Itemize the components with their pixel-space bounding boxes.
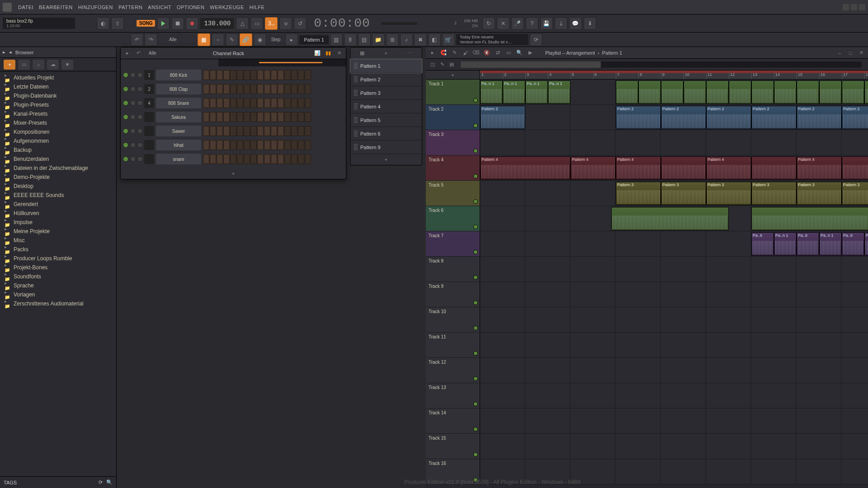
pattern-selector[interactable]: Pattern 1 <box>299 35 329 44</box>
pattern-drag-handle[interactable] <box>354 63 358 69</box>
track-lane[interactable] <box>480 358 868 383</box>
step-cell[interactable] <box>291 98 297 108</box>
snap-label[interactable]: Step <box>268 37 284 42</box>
playlist-ruler[interactable]: + 123456789101112131415161718 <box>426 70 868 80</box>
channel-pan-knob[interactable] <box>130 72 136 78</box>
news-refresh-button[interactable]: ⟳ <box>530 33 542 46</box>
playlist-clip[interactable] <box>706 80 729 104</box>
track-lane[interactable] <box>480 434 868 459</box>
channel-name-button[interactable]: 808 Kick <box>156 70 201 80</box>
track-header[interactable]: Track 5 <box>426 181 480 206</box>
track-lane[interactable] <box>480 408 868 433</box>
browser-tree-item[interactable]: ▸ 📁Letzte Dateien <box>0 82 116 91</box>
step-cell[interactable] <box>223 98 230 108</box>
playlist-clip[interactable] <box>684 80 706 104</box>
bar-tick[interactable]: 12 <box>729 70 735 79</box>
track-header[interactable]: Track 6 <box>426 206 480 231</box>
bar-tick[interactable]: 15 <box>797 70 802 79</box>
channel-number[interactable] <box>144 126 154 136</box>
track-mute-led[interactable] <box>473 199 478 204</box>
step-cell[interactable] <box>305 126 311 136</box>
playlist-clip[interactable]: Pattern 4 <box>797 156 842 180</box>
browser-tab-all[interactable]: ＋ <box>4 60 15 70</box>
track-mute-led[interactable] <box>473 300 478 305</box>
step-cell[interactable] <box>210 154 216 164</box>
playlist-clip[interactable]: Pattern 3 <box>751 182 797 205</box>
step-cell[interactable] <box>257 126 264 136</box>
redo-button[interactable]: ↷ <box>145 33 157 46</box>
loop-rec-button[interactable]: ↺ <box>294 17 307 30</box>
browser-tree-item[interactable]: ▸ 📁Projekt-Bones <box>0 263 116 272</box>
browser-tree-item[interactable]: ▸ 📁Gerendert <box>0 200 116 209</box>
playlist-clip[interactable]: Pattern 3 <box>797 182 842 205</box>
track-header[interactable]: Track 11 <box>426 333 480 357</box>
channel-mute-led[interactable] <box>123 114 128 120</box>
step-cell[interactable] <box>203 140 209 150</box>
pl-slip-icon[interactable]: ⇄ <box>494 49 502 57</box>
step-cell[interactable] <box>237 98 243 108</box>
pl-pencil-icon[interactable]: ✎ <box>450 49 458 57</box>
browser-tree-item[interactable]: ▸ 📁Packs <box>0 245 116 254</box>
channel-vol-knob[interactable] <box>137 156 143 162</box>
channel-number[interactable]: 1 <box>144 70 154 80</box>
step-cell[interactable] <box>223 70 230 80</box>
channel-mute-led[interactable] <box>123 100 128 106</box>
bar-tick[interactable]: 17 <box>842 70 848 79</box>
play-button[interactable] <box>157 17 170 30</box>
playlist-clip[interactable]: Pattern 2 <box>661 106 706 129</box>
pp-grid-icon[interactable]: ▦ <box>358 49 366 57</box>
track-lane[interactable] <box>480 307 868 332</box>
step-cell[interactable] <box>291 154 297 164</box>
bar-tick[interactable]: 8 <box>638 70 642 79</box>
playlist-clip[interactable]: Pa..n 1 <box>774 232 797 256</box>
playlist-clip[interactable]: Pattern 2 <box>616 106 661 129</box>
step-cell[interactable] <box>271 126 277 136</box>
pl-tool-1[interactable]: ◫ <box>429 61 437 69</box>
pattern-item[interactable]: Pattern 4 <box>350 100 422 113</box>
menu-item[interactable]: PATTERN <box>116 5 145 10</box>
step-cell[interactable] <box>203 84 209 94</box>
help-button[interactable]: ? <box>526 17 538 30</box>
step-cell[interactable] <box>305 84 311 94</box>
track-lane[interactable] <box>480 282 868 307</box>
playlist-clip[interactable] <box>751 207 868 230</box>
save-button[interactable]: 💾 <box>540 17 553 30</box>
channel-name-button[interactable]: hihat <box>156 140 201 150</box>
mixer-toggle-button[interactable]: 🎚 <box>344 33 357 46</box>
step-cell[interactable] <box>271 84 277 94</box>
bar-tick[interactable]: 10 <box>684 70 689 79</box>
browser-tree-item[interactable]: ▸ 📁Zerschnittenes Audiomaterial <box>0 299 116 308</box>
track-lane[interactable] <box>480 459 868 484</box>
playlist-view-button[interactable]: ▦ <box>198 33 210 46</box>
browser-tree-item[interactable]: ▸ 📁Soundfonts <box>0 272 116 281</box>
pl-magnet-icon[interactable]: 🧲 <box>439 49 448 57</box>
playlist-clip[interactable]: Pattern 4 <box>616 156 661 180</box>
step-cell[interactable] <box>244 154 250 164</box>
browser-tree-item[interactable]: ▸ 📁Misc <box>0 236 116 245</box>
step-cell[interactable] <box>298 70 304 80</box>
step-cell[interactable] <box>210 112 216 122</box>
step-cell[interactable] <box>230 154 236 164</box>
step-cell[interactable] <box>257 84 264 94</box>
track-mute-led[interactable] <box>473 149 478 153</box>
pattern-drag-handle[interactable] <box>354 76 358 83</box>
step-cell[interactable] <box>237 154 243 164</box>
bar-tick[interactable]: 13 <box>751 70 757 79</box>
channel-number[interactable]: 4 <box>144 98 154 108</box>
pianoroll-toggle-button[interactable]: ▤ <box>358 33 371 46</box>
step-cell[interactable] <box>264 112 270 122</box>
playlist-clip[interactable]: Pa..n 1 <box>503 80 525 104</box>
track-mute-led[interactable] <box>473 225 478 229</box>
step-cell[interactable] <box>264 154 270 164</box>
pattern-drag-handle[interactable] <box>354 117 358 123</box>
step-cell[interactable] <box>278 70 284 80</box>
browser-tab-cloud[interactable]: ☁ <box>47 60 59 70</box>
tags-label[interactable]: TAGS <box>4 480 17 485</box>
step-cell[interactable] <box>223 140 230 150</box>
playlist-clip[interactable]: Pattern 3 <box>661 182 706 205</box>
channel-name-button[interactable]: 808 Clap <box>156 84 201 94</box>
bar-tick[interactable]: 7 <box>616 70 619 79</box>
playlist-clip[interactable] <box>616 80 638 104</box>
channel-vol-knob[interactable] <box>137 114 143 120</box>
playlist-clip[interactable]: Pa..6 <box>797 232 819 256</box>
